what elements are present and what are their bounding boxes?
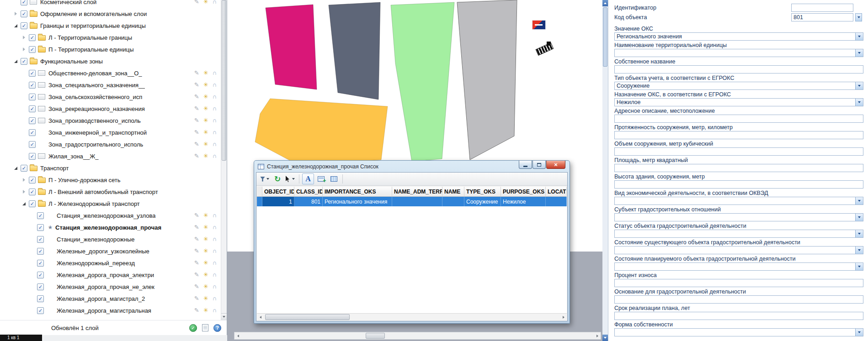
- column-header[interactable]: CLASS_ID: [294, 187, 323, 196]
- scroll-left-button[interactable]: [257, 314, 264, 320]
- edit-layer-icon[interactable]: ✎: [194, 70, 199, 76]
- magnet-icon[interactable]: ∩: [213, 212, 217, 219]
- layer-tree-item[interactable]: ✓Зона_специального_назначения__✎✳∩: [0, 79, 221, 91]
- dropdown-button[interactable]: [855, 33, 863, 40]
- style-wizard-icon[interactable]: ✳: [203, 248, 208, 254]
- layer-label[interactable]: Железные_дороги_узкоколейные: [57, 248, 149, 255]
- zone-polygon-pink[interactable]: [266, 5, 317, 89]
- railway-station-node-symbol[interactable]: [533, 21, 545, 29]
- layer-tree-item[interactable]: ✓Функциональные зоны: [0, 55, 221, 67]
- magnet-icon[interactable]: ∩: [213, 260, 217, 266]
- layer-label[interactable]: Зона_сельскохозяйственного_исп: [48, 94, 142, 100]
- expander-expanded-icon[interactable]: [21, 200, 28, 207]
- layer-label[interactable]: Железная_дорога_магистральная: [57, 307, 151, 314]
- layer-tree-item[interactable]: ✓Зона_инженерной_и_транспортной✎✳∩: [0, 126, 221, 138]
- field-dropdown[interactable]: [614, 262, 863, 271]
- magnet-icon[interactable]: ∩: [213, 307, 217, 314]
- field-input[interactable]: [614, 180, 863, 189]
- zone-polygon-green[interactable]: [391, 2, 454, 162]
- row-selector-cell[interactable]: [257, 197, 262, 206]
- scroll-left-button[interactable]: [234, 332, 241, 339]
- style-wizard-icon[interactable]: ✳: [203, 260, 208, 266]
- field-input[interactable]: [614, 131, 863, 139]
- layer-tree-item[interactable]: ✓Зона_сельскохозяйственного_исп✎✳∩: [0, 91, 221, 103]
- layer-label[interactable]: П - Улично-дорожная сеть: [48, 177, 121, 184]
- layer-label[interactable]: Зона_рекреационного_назначения: [48, 105, 145, 112]
- scrollbar-down-button[interactable]: [221, 313, 227, 320]
- edit-layer-icon[interactable]: ✎: [194, 295, 199, 302]
- column-header[interactable]: LOCATION: [546, 187, 567, 196]
- style-wizard-icon[interactable]: ✳: [203, 82, 208, 88]
- field-input[interactable]: [614, 115, 863, 123]
- dropdown-button[interactable]: [855, 329, 863, 336]
- layer-visibility-checkbox[interactable]: ✓: [29, 189, 36, 195]
- layer-visibility-checkbox[interactable]: ✓: [37, 272, 44, 278]
- layer-visibility-checkbox[interactable]: ✓: [29, 82, 36, 89]
- magnet-icon[interactable]: ∩: [213, 129, 217, 136]
- dropdown-button[interactable]: [855, 49, 863, 57]
- magnet-icon[interactable]: ∩: [213, 70, 217, 76]
- map-horizontal-scrollbar[interactable]: [234, 332, 601, 340]
- edit-layer-icon[interactable]: ✎: [194, 153, 199, 159]
- scrollbar-thumb[interactable]: [265, 314, 350, 320]
- layer-visibility-checkbox[interactable]: ✓: [29, 129, 36, 136]
- expander-collapsed-icon[interactable]: [13, 10, 20, 17]
- layer-visibility-checkbox[interactable]: ✓: [21, 22, 27, 29]
- edit-layer-icon[interactable]: ✎: [194, 212, 199, 219]
- style-wizard-icon[interactable]: ✳: [203, 117, 208, 124]
- magnet-icon[interactable]: ∩: [213, 0, 217, 5]
- zone-polygon-slate[interactable]: [329, 2, 380, 100]
- style-wizard-icon[interactable]: ✳: [203, 307, 208, 314]
- magnet-icon[interactable]: ∩: [213, 248, 217, 254]
- layer-visibility-checkbox[interactable]: ✓: [37, 295, 44, 302]
- field-input[interactable]: [791, 4, 853, 12]
- edit-layer-icon[interactable]: ✎: [194, 82, 199, 88]
- expander-expanded-icon[interactable]: [13, 58, 20, 65]
- refresh-button[interactable]: ↻: [272, 173, 283, 184]
- expander-expanded-icon[interactable]: [13, 22, 20, 29]
- column-header[interactable]: PURPOSE_OKS: [501, 187, 546, 196]
- maximize-button[interactable]: [533, 161, 546, 169]
- magnet-icon[interactable]: ∩: [213, 283, 217, 290]
- layer-visibility-checkbox[interactable]: ✓: [29, 153, 36, 160]
- layer-visibility-checkbox[interactable]: ✓: [29, 200, 36, 207]
- column-header[interactable]: NAME: [442, 187, 464, 196]
- layer-tree-item[interactable]: ✓Л - Внешний автомобильный транспорт: [0, 186, 221, 198]
- style-wizard-icon[interactable]: ✳: [203, 129, 208, 136]
- layer-label[interactable]: Зона_производственного_исполь: [48, 117, 141, 124]
- field-input[interactable]: [614, 147, 863, 156]
- magnet-icon[interactable]: ∩: [213, 295, 217, 302]
- expander-collapsed-icon[interactable]: [21, 177, 28, 184]
- magnet-icon[interactable]: ∩: [213, 153, 217, 159]
- dropdown-button[interactable]: [855, 263, 863, 270]
- field-input[interactable]: [614, 65, 863, 73]
- layer-tree-item[interactable]: ✓Оформление и вспомогательные слои: [0, 8, 221, 20]
- zone-polygon-yellow[interactable]: [255, 99, 388, 165]
- layer-tree-item[interactable]: ✓Железнодорожный_переезд✎✳∩: [0, 257, 221, 269]
- layer-tree-item[interactable]: ✓Л - Территориальные границы: [0, 31, 221, 43]
- field-dropdown[interactable]: [614, 49, 863, 57]
- magnet-icon[interactable]: ∩: [213, 105, 217, 112]
- column-header[interactable]: OBJECT_ID: [262, 187, 294, 196]
- font-button[interactable]: A: [302, 173, 314, 184]
- dropdown-button[interactable]: [855, 99, 863, 106]
- style-wizard-icon[interactable]: ✳: [203, 272, 208, 278]
- close-button[interactable]: ×: [546, 161, 565, 169]
- update-layers-icon[interactable]: ✓: [189, 324, 197, 332]
- field-dropdown[interactable]: [614, 246, 863, 254]
- layer-visibility-checkbox[interactable]: ✓: [37, 212, 44, 219]
- layer-visibility-checkbox[interactable]: ✓: [29, 141, 36, 148]
- layer-tree-item[interactable]: ✓Железная_дорога_прочая_электри✎✳∩: [0, 269, 221, 281]
- scrollbar-thumb[interactable]: [603, 7, 607, 67]
- filter-button[interactable]: [259, 173, 271, 184]
- scrollbar-up-button[interactable]: [602, 0, 608, 6]
- layer-label[interactable]: Общественно-деловая_зона__О_: [48, 70, 142, 77]
- layer-label[interactable]: Станция_железнодорожная_прочая: [55, 224, 161, 231]
- table-horizontal-scrollbar[interactable]: [257, 313, 567, 320]
- layer-visibility-checkbox[interactable]: ✓: [21, 0, 27, 5]
- edit-layer-icon[interactable]: ✎: [194, 105, 199, 112]
- layer-label[interactable]: Границы и территориальные единицы: [40, 22, 146, 29]
- layer-visibility-checkbox[interactable]: ✓: [37, 307, 44, 314]
- style-wizard-icon[interactable]: ✳: [203, 283, 208, 290]
- layer-visibility-checkbox[interactable]: ✓: [29, 177, 36, 184]
